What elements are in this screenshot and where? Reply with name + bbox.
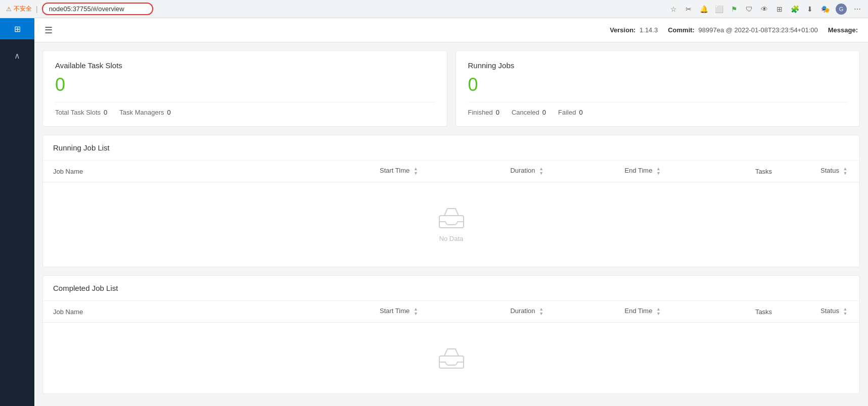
more-icon[interactable]: ⋯ [853, 5, 862, 14]
finished-stat: Finished 0 [468, 109, 499, 116]
chevron-up-icon: ∧ [14, 51, 20, 61]
sidebar: ⊞ ∧ [0, 18, 34, 406]
completed-col-tasks: Tasks [745, 301, 810, 323]
running-jobs-stats: Finished 0 Canceled 0 Failed 0 [468, 102, 848, 116]
completed-job-table: Job Name Start Time ▲▼ Duration ▲▼ [43, 301, 859, 393]
col-end-time[interactable]: End Time ▲▼ [615, 161, 745, 182]
completed-col-job-name: Job Name [43, 301, 370, 323]
grid-icon[interactable]: ⊞ [775, 5, 784, 14]
address-bar[interactable]: node05:37755/#/overview [42, 3, 153, 15]
app-container: ⊞ ∧ ☰ Version: 1.14.3 Commit: 98997ea @ … [0, 18, 868, 406]
col-start-time[interactable]: Start Time ▲▼ [370, 161, 500, 182]
running-job-list-title: Running Job List [43, 135, 859, 161]
completed-col-status[interactable]: Status ▲▼ [810, 301, 859, 323]
header-version-info: Version: 1.14.3 Commit: 98997ea @ 2022-0… [610, 26, 858, 34]
total-task-slots-value: 0 [104, 109, 107, 116]
top-header: ☰ Version: 1.14.3 Commit: 98997ea @ 2022… [34, 18, 868, 42]
canceled-value: 0 [542, 109, 546, 116]
completed-col-start-time[interactable]: Start Time ▲▼ [370, 301, 500, 323]
sidebar-active-item[interactable]: ⊞ [0, 18, 34, 39]
completed-col-end-time[interactable]: End Time ▲▼ [615, 301, 745, 323]
alert-icon[interactable]: 🔔 [699, 5, 708, 14]
running-job-list-section: Running Job List Job Name Start Time ▲▼ [42, 135, 860, 267]
running-job-no-data-row: No Data [43, 182, 859, 267]
running-job-no-data-container: No Data [43, 182, 859, 267]
completed-no-data-inbox-icon [438, 347, 465, 369]
available-task-slots-card: Available Task Slots 0 Total Task Slots … [42, 50, 447, 127]
completed-job-list-title: Completed Job List [43, 276, 859, 301]
profile-icon[interactable]: G [836, 4, 847, 15]
available-task-slots-count: 0 [55, 76, 435, 94]
browser-toolbar: ☆ ✂ 🔔 ⬜ ⚑ 🛡 👁 ⊞ 🧩 ⬇ 🎭 G ⋯ [669, 4, 862, 15]
running-jobs-count: 0 [468, 76, 848, 94]
sort-icon-duration: ▲▼ [539, 167, 543, 176]
extension-icon[interactable]: 🧩 [790, 5, 799, 14]
task-managers-label: Task Managers [119, 109, 164, 116]
failed-stat: Failed 0 [558, 109, 583, 116]
browser-chrome: ⚠ 不安全 | node05:37755/#/overview ☆ ✂ 🔔 ⬜ … [0, 0, 868, 18]
version-label: Version: 1.14.3 [610, 26, 658, 34]
sort-icon-completed-status: ▲▼ [843, 307, 848, 316]
failed-label: Failed [558, 109, 576, 116]
no-data-inbox-icon [438, 207, 465, 229]
completed-col-duration[interactable]: Duration ▲▼ [500, 301, 614, 323]
completed-job-no-data-row [43, 323, 859, 394]
sidebar-collapse-toggle[interactable]: ∧ [0, 43, 34, 68]
col-duration[interactable]: Duration ▲▼ [500, 161, 614, 182]
running-job-no-data-cell: No Data [43, 182, 859, 267]
address-bar-separator: | [36, 5, 38, 13]
completed-job-list-section: Completed Job List Job Name Start Time ▲… [42, 275, 860, 394]
running-job-no-data-text: No Data [439, 235, 464, 242]
commit-label: Commit: 98997ea @ 2022-01-08T23:23:54+01… [668, 26, 818, 34]
col-job-name: Job Name [43, 161, 370, 182]
total-task-slots-stat: Total Task Slots 0 [55, 109, 107, 116]
menu-toggle-button[interactable]: ☰ [44, 25, 53, 36]
completed-job-no-data-container [43, 323, 859, 393]
failed-value: 0 [579, 109, 582, 116]
finished-label: Finished [468, 109, 493, 116]
star-icon[interactable]: ☆ [669, 5, 678, 14]
eye-icon[interactable]: 👁 [760, 5, 769, 14]
running-job-table: Job Name Start Time ▲▼ Duration ▲▼ [43, 161, 859, 267]
total-task-slots-label: Total Task Slots [55, 109, 101, 116]
download-icon[interactable]: ⬇ [805, 5, 814, 14]
finished-value: 0 [496, 109, 499, 116]
warning-triangle-icon: ⚠ [6, 6, 12, 13]
canceled-stat: Canceled 0 [512, 109, 546, 116]
running-job-table-header-row: Job Name Start Time ▲▼ Duration ▲▼ [43, 161, 859, 182]
task-managers-value: 0 [167, 109, 170, 116]
browser-warning: ⚠ 不安全 [6, 5, 32, 13]
col-tasks: Tasks [745, 161, 810, 182]
running-jobs-title: Running Jobs [468, 61, 848, 70]
window-icon[interactable]: ⬜ [714, 5, 723, 14]
available-task-slots-title: Available Task Slots [55, 61, 435, 70]
sort-icon-completed-end-time: ▲▼ [656, 307, 661, 316]
col-status[interactable]: Status ▲▼ [810, 161, 859, 182]
sort-icon-status: ▲▼ [843, 167, 848, 176]
completed-job-no-data-cell [43, 323, 859, 394]
scissors-icon[interactable]: ✂ [684, 5, 693, 14]
running-jobs-card: Running Jobs 0 Finished 0 Canceled 0 Fai… [455, 50, 860, 127]
message-label: Message: [828, 26, 858, 34]
main-content: Available Task Slots 0 Total Task Slots … [34, 42, 868, 406]
sort-icon-end-time: ▲▼ [656, 167, 661, 176]
shield-icon[interactable]: 🛡 [745, 5, 754, 14]
canceled-label: Canceled [512, 109, 539, 116]
dashboard-icon: ⊞ [14, 24, 21, 34]
sort-icon-completed-duration: ▲▼ [539, 307, 543, 316]
task-managers-stat: Task Managers 0 [119, 109, 170, 116]
sort-icon-completed-start-time: ▲▼ [414, 307, 418, 316]
completed-job-table-header-row: Job Name Start Time ▲▼ Duration ▲▼ [43, 301, 859, 323]
task-slots-stats: Total Task Slots 0 Task Managers 0 [55, 102, 435, 116]
sort-icon-start-time: ▲▼ [414, 167, 418, 176]
media-icon[interactable]: 🎭 [820, 5, 830, 14]
flag-icon[interactable]: ⚑ [729, 5, 739, 14]
stats-cards-row: Available Task Slots 0 Total Task Slots … [42, 50, 860, 127]
